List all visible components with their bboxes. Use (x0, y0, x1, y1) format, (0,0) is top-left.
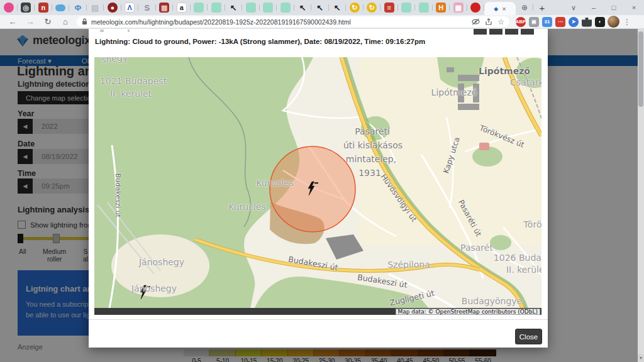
map-label-budakeszi-t: Budakeszi út (114, 173, 122, 217)
map-attribution: Map data: © OpenStreetMap contributors (… (396, 309, 540, 315)
clipped-map-control[interactable] (474, 29, 487, 35)
pinned-tab-grey-tool[interactable]: ▤ (87, 0, 104, 15)
grey-tool-icon: ▤ (90, 3, 100, 13)
pinned-tab-chart-white[interactable]: Λ (121, 0, 139, 15)
pinned-tab-letter-a[interactable]: a (173, 0, 191, 15)
close-button[interactable]: Close (515, 329, 542, 344)
teal-app-icon (419, 3, 429, 13)
browser-toolbar: ← → ↻ ⌂ meteologix.com/hu/lightning/buda… (0, 15, 644, 29)
pinned-tab-yellow-sync[interactable]: ↻ (346, 0, 364, 15)
blue-stream-extension-icon[interactable]: ➤ (569, 17, 579, 27)
dark-reader-extension-icon[interactable]: ◐ (595, 17, 605, 27)
eye-off-icon[interactable] (472, 18, 480, 25)
teal-app-icon (194, 3, 204, 13)
map-label-ii-ker-let: II. kerület (110, 89, 152, 99)
map-label-sz-pilona: Szépilona (387, 260, 430, 270)
teal-app-icon (263, 3, 273, 13)
map-label-mintatelep-: mintatelep, (346, 154, 396, 164)
new-tab-button[interactable]: + (533, 0, 551, 15)
power-blue-icon: Φ (73, 3, 83, 13)
forward-button[interactable]: → (21, 18, 39, 26)
tab-close-icon[interactable]: × (502, 5, 506, 13)
puzzle-dark-extension-icon[interactable] (582, 17, 592, 27)
pinned-tab-cursor-black[interactable]: ↖ (329, 0, 347, 15)
dialog-footer: Close (89, 319, 548, 348)
pinned-tab-target-red[interactable]: ● (104, 0, 121, 15)
teal-app-icon (246, 3, 256, 13)
clipped-text-fragment (100, 30, 104, 32)
minimize-button[interactable]: – (584, 0, 604, 15)
page-scrollbar[interactable]: ▼ (638, 29, 644, 362)
map-label-ii-ker-let: II. kerület (506, 265, 541, 275)
pinned-tab-red-dot[interactable] (467, 0, 485, 15)
osm-map[interactable]: shegy1021 BudapestII. kerületLipótmezőLi… (94, 57, 541, 315)
lock-icon (82, 18, 87, 25)
map-label-pasar-t: Pasarét (460, 243, 493, 253)
tab-search-chevron-button[interactable]: ∨ (564, 0, 584, 15)
dark-camera-icon: ◎ (21, 3, 31, 13)
clipped-map-control[interactable] (505, 29, 518, 35)
active-tab[interactable]: ◆ × (484, 2, 516, 15)
scrollbar-down-arrow[interactable]: ▼ (638, 354, 644, 362)
pinned-tab-npm-red[interactable]: n (35, 0, 52, 15)
close-window-button[interactable]: × (624, 0, 644, 15)
map-label-csat-rka: Csatárka (510, 77, 541, 87)
pinned-tab-cursor-black[interactable]: ↖ (294, 0, 312, 15)
teal-app-icon (280, 3, 291, 13)
map-label-lip-tmez-: Lipótmező (479, 66, 530, 76)
teal-app-icon (211, 3, 221, 13)
browser-menu-icon[interactable]: ⋮ (623, 18, 631, 26)
pinned-tab-pink-grid[interactable]: ▦ (450, 0, 467, 15)
clipped-map-control[interactable] (489, 29, 502, 35)
meteologix-favicon-icon: ◆ (494, 6, 498, 12)
globe-icon: ⊕ (521, 3, 528, 12)
globe-tab[interactable]: ⊕ (516, 0, 533, 15)
maximize-button[interactable]: □ (604, 0, 624, 15)
profile-avatar[interactable] (608, 16, 619, 28)
pinned-tab-teal-app[interactable] (260, 0, 277, 15)
h-orange-icon: H (436, 3, 446, 13)
pinned-tab-red-card[interactable]: ≡ (380, 0, 398, 15)
pinned-tab-red-grid[interactable]: ▦ (156, 0, 174, 15)
cursor-black-icon: ↖ (332, 3, 342, 13)
pinned-tab-blue-pill[interactable] (52, 0, 70, 15)
pinned-tab-dark-camera[interactable]: ◎ (18, 0, 35, 15)
map-label-j-noshegy: Jánoshegy (139, 257, 184, 267)
reload-button[interactable]: ↻ (39, 18, 57, 26)
pinned-tab-teal-app[interactable] (208, 0, 225, 15)
home-button[interactable]: ⌂ (57, 18, 74, 26)
bookmark-star-icon[interactable]: ☆ (497, 18, 504, 26)
pinned-tab-power-blue[interactable]: Φ (69, 0, 87, 15)
scrollbar-thumb[interactable] (638, 31, 643, 107)
pinned-tab-teal-app[interactable] (191, 0, 208, 15)
pinned-tab-pink-dot[interactable] (0, 0, 18, 15)
pinned-tab-cursor-black[interactable]: ↖ (311, 0, 329, 15)
pinned-tab-teal-app[interactable] (415, 0, 433, 15)
pinned-tab-h-orange[interactable]: H (433, 0, 450, 15)
tab-strip: ◎nΦ▤●ΛS▦a↖↖↖↖↻↻≡H▦ ◆ × ⊕ + ∨–□× (0, 0, 644, 15)
pink-grid-icon: ▦ (453, 3, 464, 13)
red-menu-extension-icon[interactable]: ⋯ (555, 17, 565, 27)
grey-capture-extension-icon[interactable]: ▣ (529, 17, 539, 27)
map-label-lip-tmez-: Lipótmező (431, 87, 477, 97)
map-bottom-bar: Map data: © OpenStreetMap contributors (… (94, 308, 541, 315)
map-label-kurucles: Kurucles (256, 178, 293, 188)
yellow-sync-icon: ↻ (367, 3, 377, 13)
pinned-tab-teal-app[interactable] (242, 0, 260, 15)
share-icon[interactable] (485, 18, 492, 26)
adblock-extension-icon[interactable]: ABP (516, 17, 526, 27)
npm-red-icon: n (38, 3, 48, 13)
pinned-tab-teal-app[interactable] (398, 0, 416, 15)
blue-pill-icon (55, 4, 65, 11)
address-bar[interactable]: meteologix.com/hu/lightning/budapest/202… (77, 16, 509, 27)
blue-calendar-extension-icon[interactable]: 31 (542, 17, 552, 27)
pinned-tab-letter-s[interactable]: S (138, 0, 156, 15)
back-button[interactable]: ← (4, 18, 21, 26)
pinned-tab-yellow-sync[interactable]: ↻ (364, 0, 381, 15)
map-label-1931: 1931 (358, 168, 381, 178)
pinned-tab-cursor-black[interactable]: ↖ (225, 0, 243, 15)
pinned-tab-teal-app[interactable] (277, 0, 294, 15)
yellow-sync-icon: ↻ (350, 3, 360, 13)
map-label-t-r-kv: Törökv (523, 219, 541, 229)
clipped-map-control[interactable] (521, 29, 534, 35)
